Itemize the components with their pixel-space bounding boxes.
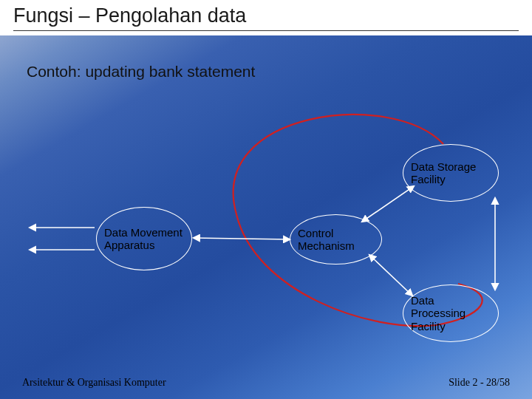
- slide-subtitle: Contoh: updating bank statement: [27, 63, 255, 81]
- footer-left: Arsitektur & Organisasi Komputer: [22, 377, 166, 389]
- node-data-storage: Data Storage Facility: [403, 144, 499, 202]
- node-label: Data Processing Facility: [411, 294, 491, 332]
- node-label: Control Mechanism: [298, 227, 374, 253]
- node-data-processing: Data Processing Facility: [403, 284, 499, 342]
- node-label: Data Movement Apparatus: [104, 226, 184, 252]
- slide: Fungsi – Pengolahan data Contoh: updatin…: [0, 0, 532, 399]
- arrow-control-movement: [194, 238, 290, 239]
- arrow-control-processing: [369, 255, 412, 296]
- node-data-movement: Data Movement Apparatus: [96, 207, 192, 270]
- node-control-mechanism: Control Mechanism: [290, 214, 382, 265]
- node-label: Data Storage Facility: [411, 160, 491, 186]
- footer-page-number: Slide 2 - 28/58: [449, 377, 510, 389]
- arrow-control-storage: [362, 186, 414, 222]
- slide-title: Fungsi – Pengolahan data: [13, 4, 519, 31]
